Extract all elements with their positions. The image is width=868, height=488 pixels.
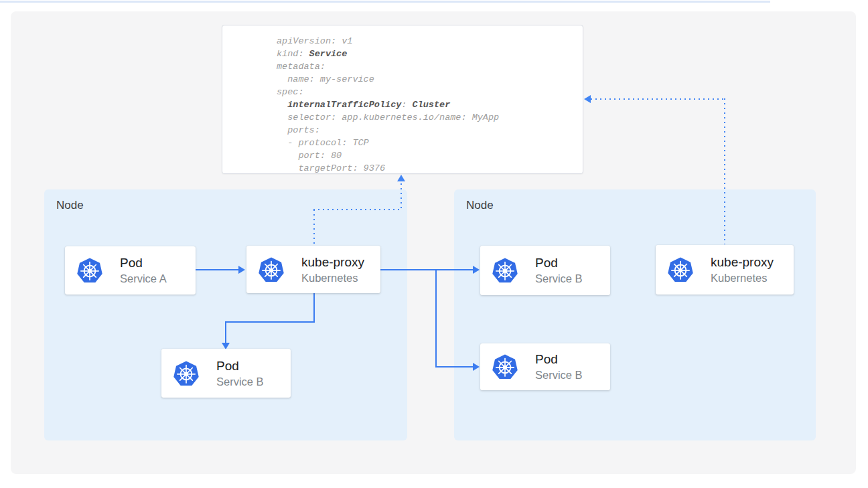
kubernetes-icon xyxy=(76,257,103,284)
code-line: port: 80 xyxy=(277,149,499,162)
code-line: name: my-service xyxy=(277,73,499,86)
yaml-code: apiVersion: v1kind: Servicemetadata: nam… xyxy=(277,35,499,175)
kube-proxy-left-card: kube-proxy Kubernetes xyxy=(246,246,380,293)
kubernetes-icon xyxy=(492,353,518,380)
dotted-left-kubeproxy-seg3 xyxy=(401,179,402,209)
kubernetes-icon xyxy=(173,360,200,387)
card-title: kube-proxy xyxy=(711,254,774,270)
dotted-right-kubeproxy-seg1 xyxy=(724,98,725,244)
code-line: ports: xyxy=(277,124,499,137)
arrow-poda-to-kubeproxy-line xyxy=(196,269,238,270)
card-title: Pod xyxy=(216,358,264,374)
dotted-left-kubeproxy-seg2 xyxy=(313,209,402,210)
dotted-right-arrowhead-left xyxy=(584,95,591,103)
card-subtitle: Kubernetes xyxy=(301,270,364,285)
card-subtitle: Service B xyxy=(216,374,264,389)
arrow-kubeproxy-to-podb-rb-line xyxy=(435,366,473,368)
kubernetes-icon xyxy=(667,256,694,283)
dotted-right-kubeproxy-seg2 xyxy=(591,98,725,100)
card-title: Pod xyxy=(535,351,583,368)
page-top-divider xyxy=(0,1,770,3)
code-line: spec: xyxy=(277,86,499,98)
card-title: Pod xyxy=(120,255,167,271)
dotted-left-arrowhead-up xyxy=(397,175,405,181)
kubernetes-icon xyxy=(492,257,518,284)
dotted-left-kubeproxy-seg1 xyxy=(313,210,315,244)
code-line: selector: app.kubernetes.io/name: MyApp xyxy=(277,111,499,124)
arrow-kubeproxy-to-podb-rb-head xyxy=(473,363,480,371)
arrow-kubeproxy-down-seg2 xyxy=(225,321,315,323)
code-line: kind: Service xyxy=(277,48,499,60)
code-line: internalTrafficPolicy: Cluster xyxy=(277,98,499,111)
card-subtitle: Service B xyxy=(535,271,583,286)
node-box-right: Node xyxy=(454,189,816,440)
code-line: targetPort: 9376 xyxy=(277,162,499,175)
node-label: Node xyxy=(466,199,494,212)
pod-service-b-right-bottom-card: Pod Service B xyxy=(480,343,610,390)
code-line: metadata: xyxy=(277,60,499,73)
card-subtitle: Kubernetes xyxy=(711,270,774,285)
diagram-stage: Node Node apiVersion: v1kind: Servicemet… xyxy=(0,0,868,488)
code-line: - protocol: TCP xyxy=(277,137,499,149)
code-line: apiVersion: v1 xyxy=(277,35,499,48)
pod-service-b-left-card: Pod Service B xyxy=(161,349,291,398)
node-label: Node xyxy=(56,199,84,212)
card-subtitle: Service A xyxy=(120,271,167,286)
yaml-spec-panel: apiVersion: v1kind: Servicemetadata: nam… xyxy=(222,25,583,174)
kubernetes-icon xyxy=(258,256,285,283)
arrow-kubeproxy-down-seg3 xyxy=(225,321,226,343)
card-title: kube-proxy xyxy=(301,254,364,270)
arrow-kubeproxy-down-seg1 xyxy=(313,293,315,323)
card-subtitle: Service B xyxy=(535,368,583,382)
kube-proxy-right-card: kube-proxy Kubernetes xyxy=(656,245,794,295)
card-title: Pod xyxy=(535,255,583,271)
arrow-branch-vertical xyxy=(435,269,437,367)
arrow-kubeproxy-to-podb-rt-head xyxy=(473,266,480,274)
pod-service-b-right-top-card: Pod Service B xyxy=(480,246,610,295)
arrow-poda-to-kubeproxy-head xyxy=(238,266,245,274)
arrow-kubeproxy-to-podb-rt-line xyxy=(380,269,473,270)
pod-service-a-card: Pod Service A xyxy=(65,246,196,295)
node-box-left: Node xyxy=(44,189,407,440)
